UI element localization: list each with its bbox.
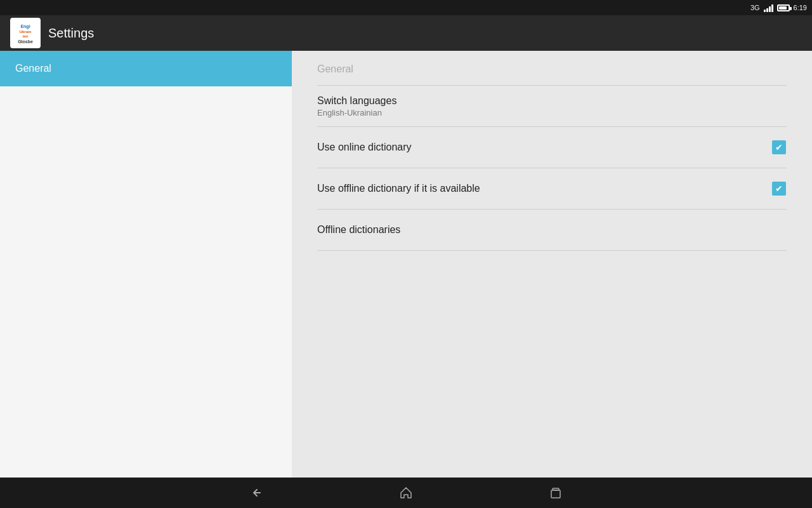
home-button[interactable] [395, 481, 417, 504]
app-bar: Engl Ukrain ian Glosbe Settings [0, 15, 812, 51]
divider-4 [317, 250, 787, 251]
clock: 6:19 [794, 4, 807, 11]
battery-icon [777, 4, 790, 11]
setting-use-offline-dictionary[interactable]: Use offline dictionary if it is availabl… [292, 168, 812, 209]
setting-main-switch-languages: Switch languages English-Ukrainian [317, 95, 396, 117]
app-icon: Engl Ukrain ian Glosbe [10, 18, 41, 48]
setting-offline-dictionaries[interactable]: Offline dictionaries [292, 210, 812, 250]
svg-rect-6 [553, 488, 559, 490]
setting-main-offline-dicts: Offline dictionaries [317, 224, 400, 236]
svg-text:Ukrain: Ukrain [20, 30, 32, 34]
checkbox-checked-online: ✔ [772, 140, 786, 154]
checkbox-offline[interactable]: ✔ [771, 181, 787, 196]
section-title: General [292, 51, 812, 85]
right-panel: General Switch languages English-Ukraini… [292, 51, 812, 478]
setting-label-online: Use online dictionary [317, 142, 412, 153]
sidebar-item-general[interactable]: General [0, 51, 292, 86]
checkmark-online: ✔ [775, 143, 783, 152]
svg-text:ian: ian [23, 34, 29, 38]
setting-switch-languages[interactable]: Switch languages English-Ukrainian [292, 86, 812, 126]
svg-rect-5 [551, 490, 560, 498]
status-bar: 3G 6:19 [0, 0, 812, 15]
signal-text: 3G [750, 4, 760, 11]
setting-main-online: Use online dictionary [317, 142, 412, 153]
svg-text:Engl: Engl [20, 24, 30, 29]
setting-sublabel-switch-languages: English-Ukrainian [317, 108, 396, 117]
signal-icon [764, 3, 773, 12]
main-content: General General Switch languages English… [0, 51, 812, 478]
bottom-nav [0, 478, 812, 508]
setting-label-offline: Use offline dictionary if it is availabl… [317, 183, 480, 194]
back-button[interactable] [245, 481, 268, 504]
checkbox-online[interactable]: ✔ [771, 140, 787, 155]
setting-label-offline-dicts: Offline dictionaries [317, 224, 400, 236]
checkbox-checked-offline: ✔ [772, 182, 786, 196]
sidebar-item-label-general: General [15, 63, 51, 74]
setting-label-switch-languages: Switch languages [317, 95, 396, 107]
setting-use-online-dictionary[interactable]: Use online dictionary ✔ [292, 127, 812, 168]
app-title: Settings [48, 26, 94, 41]
checkmark-offline: ✔ [775, 184, 783, 193]
svg-text:Glosbe: Glosbe [18, 39, 33, 44]
recents-button[interactable] [544, 481, 567, 504]
setting-main-offline: Use offline dictionary if it is availabl… [317, 183, 480, 194]
sidebar: General [0, 51, 292, 478]
